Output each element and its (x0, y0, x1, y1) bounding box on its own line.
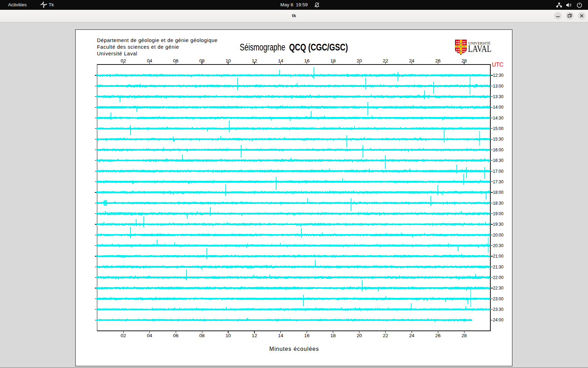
svg-text:02: 02 (120, 58, 126, 63)
svg-text:Université Laval: Université Laval (97, 50, 137, 56)
svg-text:08: 08 (199, 333, 205, 338)
svg-text:14:00: 14:00 (493, 105, 503, 110)
svg-text:04: 04 (147, 333, 152, 338)
svg-text:06: 06 (173, 333, 178, 338)
svg-text:24: 24 (409, 58, 414, 63)
svg-text:15:30: 15:30 (493, 137, 503, 142)
svg-text:UTC: UTC (492, 62, 503, 68)
svg-text:10: 10 (225, 333, 231, 338)
svg-text:16:00: 16:00 (493, 147, 503, 152)
svg-text:14: 14 (278, 58, 284, 63)
svg-text:02: 02 (120, 333, 126, 338)
svg-text:12:30: 12:30 (493, 73, 503, 78)
svg-text:18: 18 (330, 58, 336, 63)
svg-text:23:00: 23:00 (493, 296, 503, 301)
svg-text:15:00: 15:00 (493, 126, 503, 131)
svg-text:22: 22 (383, 58, 388, 63)
svg-text:LAVAL: LAVAL (468, 43, 491, 54)
svg-text:20: 20 (356, 333, 362, 338)
svg-text:21:00: 21:00 (493, 254, 503, 259)
svg-text:16: 16 (304, 58, 310, 63)
svg-text:16: 16 (304, 333, 310, 338)
svg-text:14:30: 14:30 (493, 115, 503, 120)
svg-text:Département de géologie et de: Département de géologie et de génie géol… (97, 37, 217, 43)
svg-text:19:00: 19:00 (493, 211, 503, 216)
svg-text:21:30: 21:30 (493, 264, 503, 269)
svg-text:10: 10 (225, 58, 231, 63)
svg-text:Faculté des sciences et de gén: Faculté des sciences et de génie (97, 44, 179, 49)
svg-text:16:30: 16:30 (493, 158, 503, 163)
svg-text:23:30: 23:30 (493, 307, 503, 312)
svg-text:28: 28 (461, 58, 467, 63)
svg-text:24:00: 24:00 (493, 318, 503, 322)
svg-text:14: 14 (278, 333, 284, 338)
svg-text:24: 24 (409, 333, 414, 338)
svg-text:22:00: 22:00 (493, 275, 503, 280)
svg-text:28: 28 (461, 333, 467, 338)
svg-text:18:00: 18:00 (493, 190, 503, 195)
svg-text:18:30: 18:30 (493, 200, 503, 205)
svg-text:20:00: 20:00 (493, 232, 503, 237)
svg-text:22:30: 22:30 (493, 286, 503, 291)
svg-text:18: 18 (330, 333, 336, 338)
svg-text:19:30: 19:30 (493, 222, 503, 227)
svg-text:12: 12 (252, 58, 257, 63)
svg-text:26: 26 (435, 333, 441, 338)
svg-text:20:30: 20:30 (493, 243, 503, 248)
svg-text:QCQ (CGC/GSC): QCQ (CGC/GSC) (289, 42, 348, 53)
svg-text:04: 04 (147, 58, 152, 63)
svg-text:26: 26 (435, 58, 441, 63)
svg-text:13:00: 13:00 (493, 83, 503, 88)
svg-text:06: 06 (173, 58, 178, 63)
svg-text:22: 22 (383, 333, 388, 338)
svg-text:13:30: 13:30 (493, 94, 503, 99)
svg-text:17:00: 17:00 (493, 169, 503, 173)
svg-text:12: 12 (252, 333, 257, 338)
svg-text:Séismographe: Séismographe (240, 42, 285, 53)
svg-text:08: 08 (199, 58, 205, 63)
svg-text:Minutes écoulées: Minutes écoulées (269, 346, 318, 352)
svg-text:20: 20 (356, 58, 362, 63)
svg-text:17:30: 17:30 (493, 179, 503, 184)
